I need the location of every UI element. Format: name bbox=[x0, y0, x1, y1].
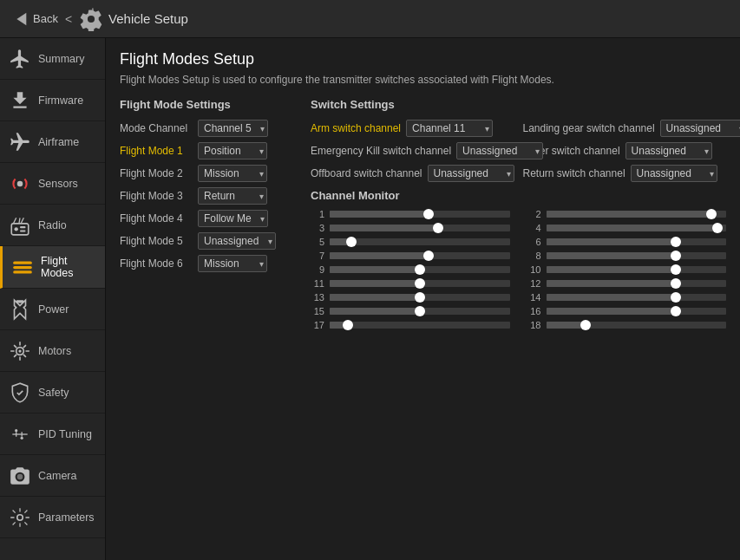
ch-label-18: 18 bbox=[527, 320, 541, 330]
svg-point-12 bbox=[18, 349, 21, 352]
svg-point-4 bbox=[15, 227, 18, 231]
fm-label-4: Flight Mode 4 bbox=[120, 212, 198, 225]
fm-label-5: Flight Mode 5 bbox=[120, 235, 198, 247]
radio-icon bbox=[9, 214, 31, 237]
channel-row-17: 17 bbox=[311, 320, 510, 330]
ch-bar-7 bbox=[330, 252, 510, 259]
sw-label-kill: Emergency Kill switch channel bbox=[311, 145, 451, 157]
return-select-wrap: Unassigned bbox=[631, 165, 717, 182]
sidebar-item-summary[interactable]: Summary bbox=[0, 38, 105, 80]
fm-row-1: Flight Mode 1 Position bbox=[120, 142, 293, 160]
sidebar-label-pidtuning: PID Tuning bbox=[38, 428, 92, 440]
ch-label-17: 17 bbox=[311, 320, 324, 330]
landing-select[interactable]: Unassigned bbox=[660, 120, 740, 137]
firmware-icon bbox=[9, 89, 31, 112]
channel-monitor-title: Channel Monitor bbox=[311, 189, 726, 202]
ch-bar-8 bbox=[547, 252, 727, 259]
landing-select-wrap: Unassigned bbox=[660, 120, 740, 137]
channel-row-13: 13 bbox=[311, 292, 510, 303]
switch-settings: Switch Settings Arm switch channel Chann… bbox=[311, 98, 726, 330]
svg-rect-3 bbox=[11, 223, 29, 234]
sw-row-landing: Landing gear switch channel Unassigned bbox=[523, 120, 727, 137]
return-select[interactable]: Unassigned bbox=[631, 165, 717, 182]
svg-marker-0 bbox=[16, 12, 26, 25]
ch-bar-12 bbox=[547, 280, 727, 287]
sidebar-item-parameters[interactable]: Parameters bbox=[0, 497, 105, 538]
arm-select[interactable]: Channel 11 bbox=[406, 120, 493, 137]
svg-point-16 bbox=[21, 436, 23, 439]
app-layout: Summary Firmware Airframe Sensors bbox=[0, 38, 740, 560]
app-title: Vehicle Setup bbox=[108, 11, 188, 26]
flight-mode-settings-title: Flight Mode Settings bbox=[120, 98, 293, 111]
ch-label-9: 9 bbox=[311, 264, 324, 275]
page-title: Flight Modes Setup bbox=[120, 50, 726, 68]
sidebar-item-motors[interactable]: Motors bbox=[0, 330, 105, 372]
sensors-icon bbox=[9, 173, 31, 195]
ch-bar-5 bbox=[330, 238, 510, 245]
offboard-select-wrap: Unassigned bbox=[428, 165, 514, 182]
safety-icon bbox=[9, 381, 31, 404]
fm4-select[interactable]: Follow Me bbox=[198, 210, 268, 227]
channel-row-15: 15 bbox=[311, 306, 510, 316]
modechannel-select[interactable]: Channel 5 bbox=[198, 120, 268, 137]
fm1-select[interactable]: Position bbox=[198, 142, 267, 160]
svg-point-19 bbox=[17, 514, 23, 520]
ch-bar-18 bbox=[547, 322, 727, 329]
svg-rect-7 bbox=[13, 262, 32, 264]
offboard-select[interactable]: Unassigned bbox=[428, 165, 514, 182]
fm6-select[interactable]: Mission bbox=[198, 255, 267, 272]
flightmodes-icon bbox=[11, 256, 34, 278]
sidebar-item-firmware[interactable]: Firmware bbox=[0, 80, 105, 121]
fm-row-4: Flight Mode 4 Follow Me bbox=[120, 210, 293, 227]
sidebar-label-camera: Camera bbox=[38, 470, 76, 482]
channel-row-3: 3 bbox=[311, 223, 510, 233]
sw-label-arm: Arm switch channel bbox=[311, 122, 401, 134]
channel-row-11: 11 bbox=[311, 278, 510, 289]
svg-rect-9 bbox=[13, 270, 32, 273]
kill-select[interactable]: Unassigned bbox=[456, 142, 543, 160]
fm5-select[interactable]: Unassigned bbox=[198, 232, 276, 250]
fm3-select[interactable]: Return bbox=[198, 187, 267, 205]
ch-label-12: 12 bbox=[527, 278, 541, 289]
ch-label-16: 16 bbox=[527, 306, 541, 316]
sw-label-landing: Landing gear switch channel bbox=[523, 122, 655, 134]
fm-label-modechannel: Mode Channel bbox=[120, 122, 198, 134]
motors-icon bbox=[9, 340, 31, 362]
sidebar-item-camera[interactable]: Camera bbox=[0, 455, 105, 497]
fm-row-modechannel: Mode Channel Channel 5 bbox=[120, 120, 293, 137]
ch-bar-6 bbox=[547, 238, 727, 245]
sidebar-label-motors: Motors bbox=[38, 345, 71, 357]
ch-bar-16 bbox=[547, 308, 727, 315]
loiter-select[interactable]: Unassigned bbox=[625, 142, 712, 160]
main-content: Flight Modes Setup Flight Modes Setup is… bbox=[106, 38, 740, 560]
ch-label-7: 7 bbox=[311, 251, 324, 261]
sidebar-item-pidtuning[interactable]: PID Tuning bbox=[0, 413, 105, 455]
arm-select-wrap: Channel 11 bbox=[406, 120, 493, 137]
top-bar: Back < Vehicle Setup bbox=[0, 0, 740, 38]
sidebar-item-airframe[interactable]: Airframe bbox=[0, 121, 105, 163]
sw-row-arm: Arm switch channel Channel 11 bbox=[311, 120, 514, 137]
sidebar-item-sensors[interactable]: Sensors bbox=[0, 163, 105, 205]
airframe-icon bbox=[9, 131, 31, 153]
pidtuning-icon bbox=[9, 423, 31, 446]
ch-label-1: 1 bbox=[311, 209, 324, 219]
fm-row-5: Flight Mode 5 Unassigned bbox=[120, 232, 293, 250]
svg-point-2 bbox=[17, 180, 23, 186]
ch-label-11: 11 bbox=[311, 278, 324, 289]
channel-row-8: 8 bbox=[527, 251, 727, 261]
sidebar-item-flightmodes[interactable]: Flight Modes bbox=[0, 246, 105, 289]
ch-bar-2 bbox=[547, 211, 727, 218]
sidebar-item-safety[interactable]: Safety bbox=[0, 372, 105, 413]
svg-rect-5 bbox=[20, 226, 26, 228]
ch-label-8: 8 bbox=[527, 251, 541, 261]
sidebar-item-radio[interactable]: Radio bbox=[0, 205, 105, 246]
ch-bar-4 bbox=[547, 225, 727, 231]
sidebar-item-power[interactable]: Power bbox=[0, 289, 105, 330]
sidebar-label-safety: Safety bbox=[38, 387, 69, 399]
back-button[interactable]: Back bbox=[10, 10, 58, 29]
ch-label-6: 6 bbox=[527, 237, 541, 247]
ch-label-10: 10 bbox=[527, 264, 541, 275]
fm6-select-wrap: Mission bbox=[198, 255, 267, 272]
ch-label-2: 2 bbox=[527, 209, 541, 219]
fm2-select[interactable]: Mission bbox=[198, 165, 267, 182]
